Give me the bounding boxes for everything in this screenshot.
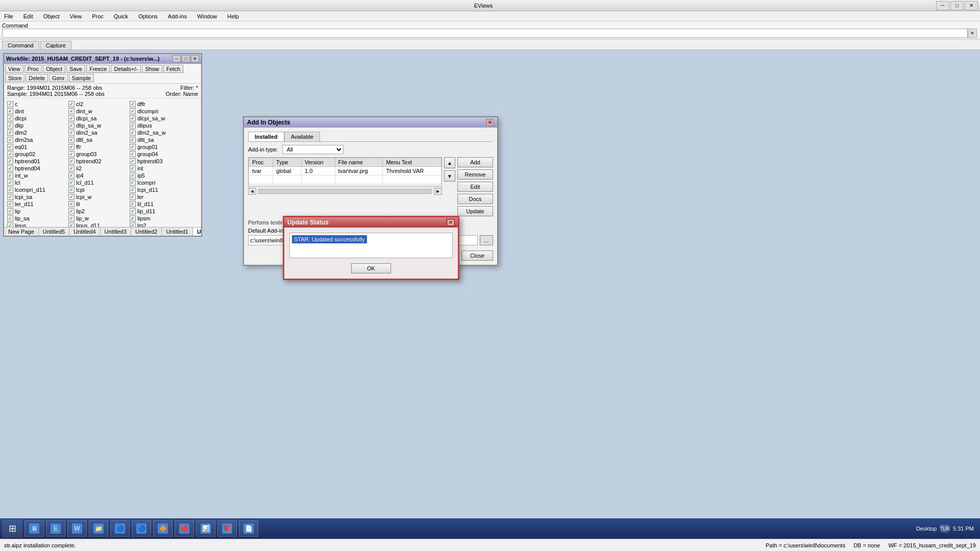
workfile-close-btn[interactable]: ✕ [191,55,199,62]
wf-item-checkbox[interactable] [7,172,13,179]
wf-page-tab-untitled[interactable]: Untitled [193,228,201,236]
wf-item-checkbox[interactable] [7,180,13,186]
wf-btn-delete[interactable]: Delete [26,74,48,82]
taskbar-item-4[interactable]: 🔵 [110,520,130,537]
workfile-window-controls[interactable]: ─ □ ✕ [173,55,199,62]
wf-item[interactable]: lm2 [129,222,190,227]
workfile-minimize-btn[interactable]: ─ [173,55,181,62]
addin-close-btn[interactable]: Close [461,251,493,261]
wf-item-checkbox[interactable] [68,130,75,136]
wf-item[interactable]: cl2 [67,101,129,108]
wf-item[interactable]: dlm2 [6,129,67,136]
wf-item-checkbox[interactable] [7,144,13,150]
addin-type-select[interactable]: All Global Local [282,145,344,154]
wf-page-tab-untitled5[interactable]: Untitled5 [39,228,69,236]
wf-item-checkbox[interactable] [7,194,13,200]
wf-item-checkbox[interactable] [7,122,13,129]
wf-item-checkbox[interactable] [130,180,136,186]
addin-tab-installed[interactable]: Installed [248,132,284,141]
wf-item[interactable]: dlipus [129,122,190,129]
tab-command[interactable]: Command [2,41,39,49]
menu-item-window[interactable]: Window [195,13,219,20]
menu-item-proc[interactable]: Proc [90,13,106,20]
wf-item[interactable]: lip [6,208,67,215]
wf-item-checkbox[interactable] [7,158,13,164]
wf-btn-view[interactable]: View [5,65,23,73]
menu-item-quick[interactable]: Quick [112,13,130,20]
wf-item-checkbox[interactable] [130,122,136,129]
menu-item-add-ins[interactable]: Add-ins [166,13,189,20]
addin-add-btn[interactable]: Add [457,157,493,167]
addin-edit-btn[interactable]: Edit [457,182,493,192]
wf-item-checkbox[interactable] [7,115,13,121]
wf-item[interactable]: hptrend02 [67,158,129,165]
menu-item-object[interactable]: Object [41,13,62,20]
wf-item[interactable]: group04 [129,151,190,158]
wf-btn-details+/-[interactable]: Details+/- [111,65,141,73]
tab-capture[interactable]: Capture [40,41,71,49]
wf-item-checkbox[interactable] [7,222,13,227]
wf-item[interactable]: dltt_sa [129,136,190,143]
update-ok-button[interactable]: OK [351,263,391,273]
wf-item[interactable]: eq01 [6,143,67,151]
wf-page-tab-untitled4[interactable]: Untitled4 [69,228,100,236]
wf-item[interactable]: dlm2_sa [67,129,129,136]
taskbar-item-6[interactable]: 🔶 [153,520,173,537]
command-input[interactable] [2,29,968,38]
wf-item[interactable]: lil_d11 [129,201,190,208]
wf-item[interactable]: lcompri_d11 [6,186,67,193]
wf-page-tab-new-page[interactable]: New Page [4,228,39,236]
wf-item[interactable]: dlcompri [129,108,190,115]
wf-item-checkbox[interactable] [68,151,75,157]
wf-item-checkbox[interactable] [7,108,13,114]
wf-item[interactable]: ii2 [67,165,129,172]
taskbar-item-1[interactable]: E [46,520,65,537]
addin-remove-btn[interactable]: Remove [457,169,493,180]
wf-item[interactable]: ip5 [129,172,190,179]
wf-item-checkbox[interactable] [7,101,13,107]
menu-item-view[interactable]: View [68,13,84,20]
wf-item[interactable]: ler [129,193,190,201]
wf-item[interactable]: group03 [67,151,129,158]
wf-item[interactable]: ip4 [67,172,129,179]
wf-item-checkbox[interactable] [130,222,136,227]
wf-item[interactable]: hptrend01 [6,158,67,165]
wf-item-checkbox[interactable] [130,115,136,121]
wf-btn-proc[interactable]: Proc [24,65,42,73]
wf-item[interactable]: hptrend04 [6,165,67,172]
wf-item-checkbox[interactable] [130,151,136,157]
wf-item-checkbox[interactable] [68,115,75,121]
wf-item[interactable]: lcl_d11 [67,179,129,186]
wf-item[interactable]: lip_sa [6,215,67,222]
wf-page-tab-untitled3[interactable]: Untitled3 [101,228,131,236]
wf-item[interactable]: dlm2sa [6,136,67,143]
addin-dir-browse-btn[interactable]: ... [480,235,493,245]
taskbar-item-5[interactable]: 🔵 [132,520,151,537]
wf-item[interactable]: lip_d11 [129,208,190,215]
table-scroll-left[interactable]: ◄ [248,188,256,195]
wf-item[interactable]: dlm2_sa_w [129,129,190,136]
taskbar-item-0[interactable]: 🖥 [24,520,44,537]
wf-item[interactable]: lipus_d11 [67,222,129,227]
wf-item[interactable]: int [129,165,190,172]
addin-update-btn[interactable]: Update [457,206,493,216]
wf-item[interactable]: lil [67,201,129,208]
wf-item[interactable]: dffr [129,101,190,108]
wf-item-checkbox[interactable] [130,137,136,143]
wf-item-checkbox[interactable] [68,122,75,129]
wf-item-checkbox[interactable] [7,215,13,221]
workfile-restore-btn[interactable]: □ [182,55,190,62]
wf-item-checkbox[interactable] [130,101,136,107]
wf-item-checkbox[interactable] [130,172,136,179]
wf-item-checkbox[interactable] [130,215,136,221]
wf-item[interactable]: dlip_sa_w [67,122,129,129]
table-scroll-up-btn[interactable]: ▲ [444,157,455,168]
addin-tab-available[interactable]: Available [284,132,320,141]
wf-item[interactable]: lcompri [129,179,190,186]
addin-table-row[interactable]: tvarglobal1.0tvar\tvar.prgThreshold VAR [249,167,442,176]
wf-item-checkbox[interactable] [130,194,136,200]
wf-page-tab-untitled1[interactable]: Untitled1 [162,228,192,236]
taskbar-item-7[interactable]: 🔴 [175,520,194,537]
wf-item[interactable]: lcpi_d11 [129,186,190,193]
wf-item-checkbox[interactable] [7,208,13,214]
